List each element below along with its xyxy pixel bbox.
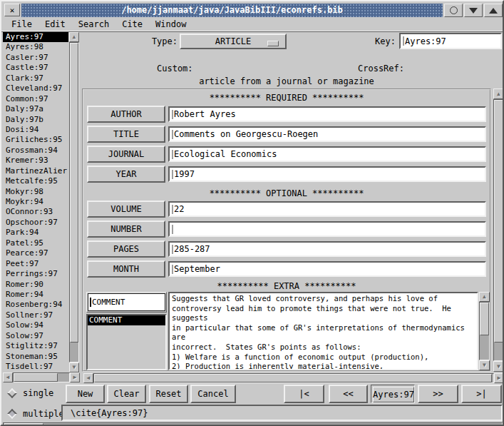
month-field-button[interactable]: MONTH <box>87 260 165 278</box>
scrollbar-trough[interactable] <box>93 373 494 383</box>
list-item[interactable]: Opschoor:97 <box>3 218 68 228</box>
cancel-button[interactable]: Cancel <box>190 385 236 403</box>
list-item[interactable]: Sollner:97 <box>3 310 68 320</box>
title-input[interactable]: Comments on Georgescu-Roegen <box>168 126 486 142</box>
clear-button[interactable]: Clear <box>107 385 146 403</box>
lower-window-button[interactable] <box>464 4 483 17</box>
volume-field-button[interactable]: VOLUME <box>87 201 165 218</box>
scrollbar-thumb[interactable] <box>94 374 492 382</box>
list-item[interactable]: Cleveland:97 <box>3 83 68 93</box>
nav-prev-button[interactable]: << <box>329 385 368 403</box>
form-vscrollbar[interactable]: ▲ ▼ <box>493 88 504 372</box>
menu-item[interactable]: Cite <box>122 19 143 29</box>
list-item[interactable]: Kremer:93 <box>3 156 68 166</box>
list-item[interactable]: Daly:97a <box>3 104 68 114</box>
list-item[interactable]: Grossman:94 <box>3 146 68 156</box>
cite-command-field[interactable]: \cite{Ayres:97} <box>61 405 503 421</box>
list-item[interactable]: Peet:97 <box>3 259 68 269</box>
list-item[interactable]: Metcalfe:95 <box>3 176 68 186</box>
year-input[interactable]: 1997 <box>168 166 486 182</box>
pages-field-button[interactable]: PAGES <box>87 240 165 258</box>
list-item[interactable]: Common:97 <box>3 94 68 104</box>
list-item[interactable]: OConnor:93 <box>3 207 68 217</box>
scroll-right-button[interactable]: ▶ <box>494 373 504 383</box>
form-hscrollbar[interactable]: ◀ ▶ <box>83 373 504 383</box>
list-item[interactable]: Park:94 <box>3 228 68 238</box>
list-item[interactable]: Romer:90 <box>3 280 68 290</box>
list-item[interactable]: Ayres:97 <box>3 32 68 42</box>
scroll-right-button[interactable]: ▶ <box>70 372 80 382</box>
single-radio[interactable] <box>7 388 17 398</box>
author-field-button[interactable]: AUTHOR <box>87 106 165 123</box>
author-input[interactable]: Robert Ayres <box>168 106 486 122</box>
list-item[interactable]: Mokyr:98 <box>3 187 68 197</box>
scrollbar-trough[interactable] <box>479 302 490 360</box>
scroll-left-button[interactable]: ◀ <box>3 372 13 382</box>
month-input[interactable]: September <box>168 261 486 277</box>
extra-field-option[interactable]: COMMENT <box>88 315 165 325</box>
scrollbar-thumb[interactable] <box>14 373 58 382</box>
reset-button[interactable]: Reset <box>149 385 188 403</box>
cite-field-hscrollbar[interactable] <box>3 422 503 426</box>
scrollbar-thumb[interactable] <box>70 43 78 343</box>
scrollbar-thumb[interactable] <box>494 100 503 343</box>
menu-item[interactable]: Search <box>78 19 109 29</box>
nav-current-button[interactable]: Ayres:97 <box>371 385 415 403</box>
scroll-up-button[interactable]: ▲ <box>493 88 504 99</box>
raise-window-button[interactable] <box>484 4 503 17</box>
scrollbar-trough[interactable] <box>69 42 79 362</box>
nav-first-button[interactable]: |< <box>284 385 324 403</box>
list-item[interactable]: Stiglitz:97 <box>3 341 68 351</box>
number-field-button[interactable]: NUMBER <box>87 220 165 238</box>
list-item[interactable]: Casler:97 <box>3 53 68 63</box>
close-button[interactable]: ✕ <box>4 4 20 16</box>
scroll-up-button[interactable]: ▲ <box>479 292 490 302</box>
sidebar-vscrollbar[interactable]: ▲ ▼ <box>69 32 79 372</box>
year-field-button[interactable]: YEAR <box>87 166 165 183</box>
scroll-up-button[interactable]: ▲ <box>69 32 79 42</box>
type-option-menu[interactable]: ARTICLE <box>180 34 287 49</box>
list-item[interactable]: Pearce:97 <box>3 248 68 258</box>
key-input[interactable]: Ayres:97 <box>399 33 502 49</box>
list-item[interactable]: Daly:97b <box>3 115 68 125</box>
list-item[interactable]: Stoneman:95 <box>3 352 68 362</box>
menu-item[interactable]: File <box>11 19 32 29</box>
scrollbar-trough[interactable] <box>493 99 504 361</box>
list-item[interactable]: Ayres:98 <box>3 42 68 52</box>
title-field-button[interactable]: TITLE <box>87 126 165 143</box>
scroll-left-button[interactable]: ◀ <box>83 373 93 383</box>
scroll-down-button[interactable]: ▼ <box>479 360 490 370</box>
list-item[interactable]: Patel:95 <box>3 238 68 248</box>
journal-input[interactable]: Ecological Economics <box>168 146 486 162</box>
scroll-down-button[interactable]: ▼ <box>69 362 79 372</box>
new-button[interactable]: New <box>66 385 105 403</box>
scrollbar-thumb[interactable] <box>480 303 489 335</box>
extra-field-combo[interactable]: COMMENT <box>86 292 167 313</box>
scrollbar-thumb[interactable] <box>4 423 43 425</box>
sidebar-hscrollbar[interactable]: ◀ ▶ <box>3 372 80 382</box>
list-item[interactable]: Solow:97 <box>3 331 68 341</box>
scroll-down-button[interactable]: ▼ <box>493 361 504 372</box>
nav-last-button[interactable]: >| <box>461 385 502 403</box>
list-item[interactable]: Castle:97 <box>3 63 68 73</box>
list-item[interactable]: Tisdell:97 <box>3 362 68 372</box>
textarea-vscrollbar[interactable]: ▲ ▼ <box>479 292 490 370</box>
multiple-radio[interactable] <box>7 409 17 419</box>
window-menu-button[interactable] <box>444 4 463 17</box>
comment-textarea[interactable]: Suggests that GR loved controversy, and … <box>168 292 478 370</box>
list-item[interactable]: Solow:94 <box>3 320 68 330</box>
list-item[interactable]: Rosenberg:94 <box>3 300 68 310</box>
list-item[interactable]: MartinezAlier:9 <box>3 166 68 176</box>
number-input[interactable] <box>168 221 486 237</box>
nav-next-button[interactable]: >> <box>418 385 458 403</box>
list-item[interactable]: Romer:94 <box>3 290 68 300</box>
list-item[interactable]: Clark:97 <box>3 73 68 83</box>
menu-item[interactable]: Edit <box>45 19 66 29</box>
volume-input[interactable]: 22 <box>168 201 486 217</box>
list-item[interactable]: Dosi:94 <box>3 125 68 135</box>
pages-input[interactable]: 285-287 <box>168 241 486 257</box>
scrollbar-trough[interactable] <box>13 372 70 382</box>
menu-item[interactable]: Window <box>155 19 186 29</box>
titlebar[interactable]: /home/jjanmaat/java/JavaBibIII/econrefs.… <box>21 4 443 17</box>
list-item[interactable]: Perrings:97 <box>3 269 68 279</box>
